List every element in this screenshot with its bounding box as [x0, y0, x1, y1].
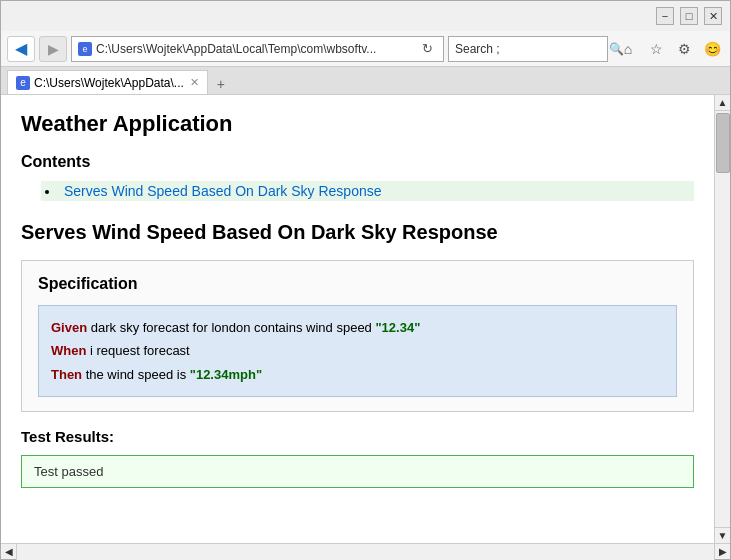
spec-box: Specification Given dark sky forecast fo…	[21, 260, 694, 412]
address-text: C:\Users\Wojtek\AppData\Local\Temp\com\w…	[96, 42, 413, 56]
then-label: Then	[51, 367, 82, 382]
back-button[interactable]: ◀	[7, 36, 35, 62]
close-button[interactable]: ✕	[704, 7, 722, 25]
scroll-down-button[interactable]: ▼	[715, 527, 731, 543]
horizontal-scrollbar: ◀ ▶	[1, 543, 730, 559]
maximize-button[interactable]: □	[680, 7, 698, 25]
vertical-scrollbar: ▲ ▼	[714, 95, 730, 543]
browser-tab[interactable]: e C:\Users\Wojtek\AppData\... ✕	[7, 70, 208, 94]
given-line: Given dark sky forecast for london conta…	[51, 316, 664, 339]
test-results-title: Test Results:	[21, 428, 694, 445]
contents-link[interactable]: Serves Wind Speed Based On Dark Sky Resp…	[64, 183, 382, 199]
when-label: When	[51, 343, 86, 358]
scroll-left-button[interactable]: ◀	[1, 544, 17, 560]
contents-heading: Contents	[21, 153, 694, 171]
tab-close-button[interactable]: ✕	[190, 76, 199, 89]
search-input[interactable]	[455, 42, 605, 56]
scroll-thumb[interactable]	[716, 113, 730, 173]
section-heading: Serves Wind Speed Based On Dark Sky Resp…	[21, 221, 694, 244]
tab-label: C:\Users\Wojtek\AppData\...	[34, 76, 184, 90]
tab-bar: e C:\Users\Wojtek\AppData\... ✕ +	[1, 67, 730, 95]
given-label: Given	[51, 320, 87, 335]
then-text: the wind speed is	[82, 367, 190, 382]
home-button[interactable]: ⌂	[616, 37, 640, 61]
title-bar: − □ ✕	[1, 1, 730, 31]
when-line: When i request forecast	[51, 339, 664, 362]
given-text: dark sky forecast for london contains wi…	[87, 320, 375, 335]
when-text: i request forecast	[86, 343, 189, 358]
content-area[interactable]: Weather Application Contents Serves Wind…	[1, 95, 714, 543]
scroll-up-button[interactable]: ▲	[715, 95, 731, 111]
favorites-button[interactable]: ☆	[644, 37, 668, 61]
settings-button[interactable]: ⚙	[672, 37, 696, 61]
forward-icon: ▶	[48, 41, 59, 57]
refresh-button[interactable]: ↻	[417, 39, 437, 59]
browser-body: Weather Application Contents Serves Wind…	[1, 95, 730, 543]
nav-icons: ⌂ ☆ ⚙ 😊	[616, 37, 724, 61]
scenario-box: Given dark sky forecast for london conta…	[38, 305, 677, 397]
page-title: Weather Application	[21, 111, 694, 137]
test-passed-box: Test passed	[21, 455, 694, 488]
h-scroll-track[interactable]	[17, 544, 714, 560]
contents-list: Serves Wind Speed Based On Dark Sky Resp…	[45, 181, 694, 201]
forward-button[interactable]: ▶	[39, 36, 67, 62]
given-val: "12.34"	[375, 320, 420, 335]
page-favicon: e	[78, 42, 92, 56]
contents-item: Serves Wind Speed Based On Dark Sky Resp…	[41, 181, 694, 201]
then-line: Then the wind speed is "12.34mph"	[51, 363, 664, 386]
new-tab-button[interactable]: +	[210, 74, 232, 94]
browser-window: − □ ✕ ◀ ▶ e C:\Users\Wojtek\AppData\Loca…	[0, 0, 731, 560]
profile-button[interactable]: 😊	[700, 37, 724, 61]
test-passed-text: Test passed	[34, 464, 103, 479]
spec-title: Specification	[38, 275, 677, 293]
tab-favicon: e	[16, 76, 30, 90]
nav-bar: ◀ ▶ e C:\Users\Wojtek\AppData\Local\Temp…	[1, 31, 730, 67]
minimize-button[interactable]: −	[656, 7, 674, 25]
scroll-right-button[interactable]: ▶	[714, 544, 730, 560]
back-icon: ◀	[15, 39, 27, 58]
search-box[interactable]: 🔍	[448, 36, 608, 62]
address-bar[interactable]: e C:\Users\Wojtek\AppData\Local\Temp\com…	[71, 36, 444, 62]
then-val: "12.34mph"	[190, 367, 262, 382]
